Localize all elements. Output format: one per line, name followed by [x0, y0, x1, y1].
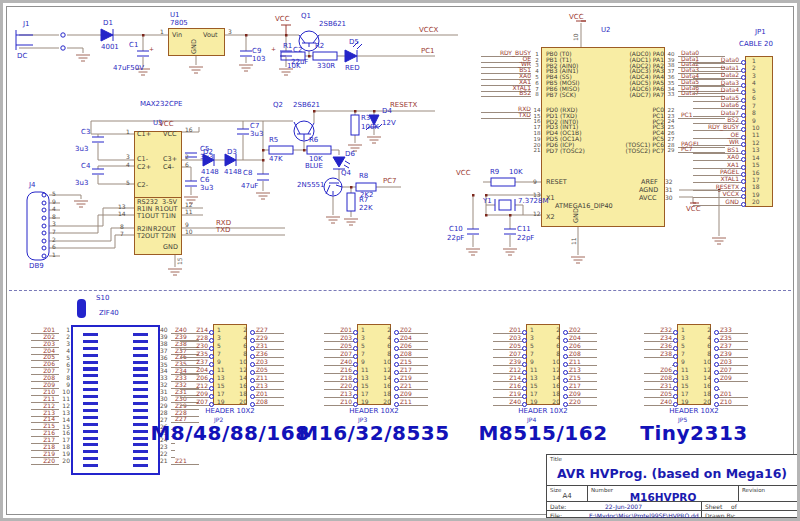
c6-value: 3u3: [200, 185, 213, 192]
r3-ref: R3: [361, 115, 370, 122]
max232-name: MAX232CPE: [140, 101, 183, 108]
header-stub: [672, 337, 677, 342]
jp3-title: M16/32/8535: [298, 421, 449, 445]
vcc-net-label: VCC: [275, 16, 290, 23]
db9-pin-number: 4: [52, 205, 56, 213]
header-stub: [251, 401, 256, 406]
header-left-net: Z35: [180, 350, 208, 358]
header-left-net: Z07: [493, 350, 521, 358]
header-right-pin: 16: [234, 382, 251, 390]
u3-t1in: T1IN: [161, 213, 176, 220]
c3-value: 3u3: [75, 146, 88, 153]
number-label: Number: [591, 487, 613, 493]
header-left-net: Z31: [644, 382, 672, 390]
header-left-net: Z14: [180, 326, 208, 334]
db9-pin-number: 8: [52, 213, 56, 221]
header-left-pin: 3: [526, 334, 547, 342]
header-right-net: Z04: [569, 334, 597, 342]
header-stub: [395, 337, 400, 342]
header-pin-row: Z16 15 16 Z17: [493, 382, 597, 390]
u2-reset-name: RESET: [546, 179, 567, 186]
header-stub: [521, 353, 526, 358]
c2-plus: +: [271, 46, 276, 52]
header-left-net: Z34: [644, 334, 672, 342]
header-stub: [521, 393, 526, 398]
header-stub: [521, 369, 526, 374]
header-right-pin: 8: [698, 350, 715, 358]
c3-ref: C3: [81, 129, 90, 136]
header-stub: [395, 377, 400, 382]
c2-ref: C2: [293, 47, 302, 54]
dc-jack-icon: [16, 30, 33, 50]
header-left-net: Z40: [493, 398, 521, 406]
header-right-pin: 6: [378, 342, 395, 350]
header-stub: [352, 345, 357, 350]
db9-pin-number: 6: [52, 243, 56, 251]
header-stub: [672, 353, 677, 358]
header-left-net: Z40: [324, 358, 352, 366]
u3-pin5-num: 5: [126, 180, 130, 186]
jp1-pin-num: 7: [745, 102, 774, 109]
header-right-pin: 8: [234, 350, 251, 358]
header-right-pin: 20: [698, 398, 715, 406]
u3-c1p: C1+: [137, 131, 151, 138]
header-stub: [208, 393, 213, 398]
u2-left-pin-name: PB7 (SCK): [543, 92, 606, 98]
jp1-pin-num: 19: [745, 191, 774, 198]
header-left-pin: 5: [677, 342, 698, 350]
r1-value: 10K: [287, 63, 301, 70]
header-left-net: Z10: [324, 398, 352, 406]
size-value: A4: [562, 492, 571, 500]
header-pin-row: Z12 15 16 Z13: [180, 382, 284, 390]
header-left-pin: 9: [213, 358, 234, 366]
resetx-net-label: RESETX: [390, 102, 417, 109]
c8-ref: C8: [243, 170, 252, 177]
header-stub: [672, 361, 677, 366]
header-right-net: Z03: [720, 358, 748, 366]
header-pin-row: Z10 19 20 Z11: [324, 398, 428, 406]
d4-value: 12V: [382, 120, 396, 127]
header-left-pin: 3: [357, 334, 378, 342]
jp1-stub: [739, 186, 745, 191]
header-left-pin: 19: [677, 398, 698, 406]
header-left-net: Z01: [493, 326, 521, 334]
header-right-pin: 14: [378, 374, 395, 382]
header-right-net: Z03: [256, 358, 284, 366]
u3-vcc-port: VCC: [159, 121, 174, 128]
db9-pin-number: 3: [52, 220, 56, 228]
u2-pin11-num: 11: [571, 237, 577, 245]
d4-ref: D4: [382, 108, 392, 115]
header-left-pin: 13: [526, 374, 547, 382]
jp1-net: GND: [693, 198, 739, 206]
jp1-pin-num: 17: [745, 176, 774, 183]
u2-rows-top: RDY_BUSY 1 PB0 (T0) (ADC0) PA0 40 Data0 …: [481, 51, 725, 97]
header-pin-row: Z03 3 4 Z04: [493, 334, 597, 342]
header-left-pin: 17: [357, 390, 378, 398]
jp1-stub: [739, 156, 745, 161]
u1-pin1: 1: [160, 29, 164, 35]
number-cell: Number M16HVPRO: [588, 486, 739, 501]
q1-value: 2SB621: [319, 21, 346, 28]
header-stub: [564, 369, 569, 374]
r8-ref: R8: [359, 173, 368, 180]
jp1-stub: [739, 82, 745, 87]
header-left-pin: 3: [677, 334, 698, 342]
size-label: Size: [550, 487, 561, 493]
header-right-net: Z21: [400, 382, 428, 390]
header-right-pin: 10: [234, 358, 251, 366]
header-left-net: Z28: [180, 334, 208, 342]
u1-ref: U1: [170, 12, 180, 19]
header-stub: [208, 329, 213, 334]
jp1-stub: [739, 164, 745, 169]
c7-ref: C7: [250, 123, 259, 130]
zif-stub: [171, 446, 175, 451]
u3-gnd: GND: [163, 244, 178, 251]
d3-value: 4148: [224, 169, 242, 176]
zif-pin-column-left: [83, 333, 98, 467]
header-left-pin: 19: [213, 398, 234, 406]
zif-net: Z21: [175, 457, 199, 465]
header-right-net: Z09: [720, 374, 748, 382]
q4-value: 2N5551: [297, 182, 325, 189]
header-left-pin: 13: [213, 374, 234, 382]
header-right-pin: 10: [378, 358, 395, 366]
